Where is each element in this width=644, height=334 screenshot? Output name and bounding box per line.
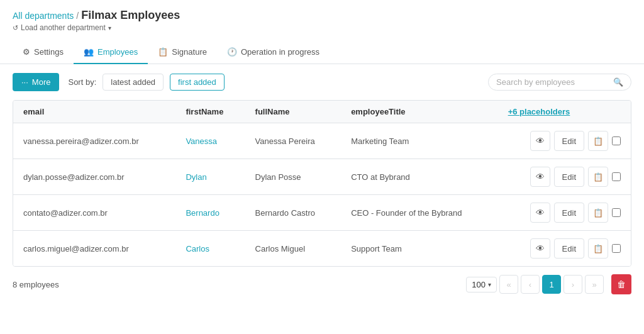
- table-header-row: email firstName fullName employeeTitle +…: [13, 101, 631, 123]
- tab-operation[interactable]: 🕐 Operation in progress: [217, 41, 330, 64]
- search-input[interactable]: [496, 77, 609, 87]
- pagination: 100 ▾ « ‹ 1 › » 🗑: [466, 274, 631, 294]
- tab-employees-label: Employees: [97, 47, 138, 57]
- per-page-select[interactable]: 100 ▾: [466, 277, 497, 292]
- more-label: More: [32, 77, 51, 87]
- tab-settings-label: Settings: [34, 47, 64, 57]
- cell-firstname: Carlos: [175, 231, 245, 267]
- copy-button[interactable]: 📋: [588, 203, 608, 223]
- cell-email: vanessa.pereira@adizer.com.br: [13, 123, 175, 159]
- search-icon: 🔍: [613, 77, 623, 87]
- settings-icon: ⚙: [23, 47, 30, 57]
- col-fullname: fullName: [245, 101, 341, 123]
- dropdown-arrow-icon: ▾: [488, 281, 491, 288]
- page-prev-button[interactable]: ‹: [521, 275, 540, 294]
- trash-icon: 🗑: [617, 279, 626, 289]
- sync-icon: ↺: [13, 24, 18, 32]
- col-email: email: [13, 101, 175, 123]
- cell-actions: 👁 Edit 📋: [498, 123, 631, 159]
- per-page-value: 100: [472, 280, 486, 289]
- employees-icon: 👥: [84, 47, 94, 57]
- col-placeholders[interactable]: +6 placeholders: [498, 101, 631, 123]
- table-row: contato@adizer.com.br Bernardo Bernardo …: [13, 195, 631, 231]
- edit-button[interactable]: Edit: [554, 238, 584, 259]
- cell-firstname: Vanessa: [175, 123, 245, 159]
- cell-fullname: Dylan Posse: [245, 159, 341, 195]
- edit-label: Edit: [562, 172, 576, 182]
- cell-email: contato@adizer.com.br: [13, 195, 175, 231]
- load-department-button[interactable]: ↺ Load another department ▾: [13, 23, 631, 32]
- breadcrumb: All departments / Filmax Employees: [13, 9, 631, 22]
- col-employee-title: employeeTitle: [341, 101, 498, 123]
- cell-fullname: Bernardo Castro: [245, 195, 341, 231]
- edit-label: Edit: [562, 136, 576, 146]
- edit-button[interactable]: Edit: [554, 167, 584, 187]
- table-row: vanessa.pereira@adizer.com.br Vanessa Va…: [13, 123, 631, 159]
- page-first-button[interactable]: «: [499, 275, 518, 294]
- view-button[interactable]: 👁: [530, 131, 550, 151]
- copy-button[interactable]: 📋: [588, 131, 608, 151]
- page-next-button[interactable]: ›: [564, 275, 582, 294]
- view-button[interactable]: 👁: [530, 203, 550, 223]
- tab-settings[interactable]: ⚙ Settings: [13, 41, 74, 64]
- cell-fullname: Carlos Miguel: [245, 231, 341, 267]
- page-1-button[interactable]: 1: [542, 275, 561, 294]
- toolbar: ··· More Sort by: latest added first add…: [0, 64, 644, 100]
- copy-button[interactable]: 📋: [588, 167, 608, 187]
- copy-icon: 📋: [593, 136, 603, 146]
- sort-by-label: Sort by:: [68, 77, 96, 87]
- load-department-label: Load another department: [21, 23, 106, 32]
- breadcrumb-separator: /: [76, 11, 79, 21]
- tabs-bar: ⚙ Settings 👥 Employees 📋 Signature 🕐 Ope…: [0, 41, 644, 64]
- signature-icon: 📋: [158, 47, 168, 57]
- more-icon: ···: [21, 77, 28, 87]
- edit-label: Edit: [562, 244, 576, 253]
- cell-title: Support Team: [341, 231, 498, 267]
- row-checkbox[interactable]: [612, 208, 621, 217]
- sort-latest-button[interactable]: latest added: [103, 74, 164, 91]
- copy-icon: 📋: [593, 208, 603, 218]
- cell-title: CEO - Founder of the Bybrand: [341, 195, 498, 231]
- table-row: dylan.posse@adizer.com.br Dylan Dylan Po…: [13, 159, 631, 195]
- view-button[interactable]: 👁: [530, 238, 550, 259]
- tab-signature[interactable]: 📋 Signature: [148, 41, 217, 64]
- view-button[interactable]: 👁: [530, 167, 550, 187]
- tab-operation-label: Operation in progress: [241, 47, 319, 57]
- row-checkbox[interactable]: [612, 244, 621, 253]
- tab-employees[interactable]: 👥 Employees: [74, 41, 148, 64]
- search-box: 🔍: [488, 74, 631, 91]
- cell-firstname: Dylan: [175, 159, 245, 195]
- employees-table: email firstName fullName employeeTitle +…: [13, 100, 631, 267]
- cell-email: carlos.miguel@adizer.com.br: [13, 231, 175, 267]
- table-row: carlos.miguel@adizer.com.br Carlos Carlo…: [13, 231, 631, 267]
- cell-email: dylan.posse@adizer.com.br: [13, 159, 175, 195]
- sort-first-button[interactable]: first added: [170, 74, 225, 91]
- page-title: Filmax Employees: [81, 9, 180, 22]
- row-checkbox[interactable]: [612, 172, 621, 181]
- edit-button[interactable]: Edit: [554, 131, 584, 151]
- page-last-button[interactable]: »: [585, 275, 604, 294]
- row-checkbox[interactable]: [612, 136, 621, 145]
- delete-button[interactable]: 🗑: [611, 274, 631, 294]
- cell-actions: 👁 Edit 📋: [498, 159, 631, 195]
- copy-icon: 📋: [593, 172, 603, 182]
- copy-icon: 📋: [593, 244, 603, 253]
- cell-title: CTO at Bybrand: [341, 159, 498, 195]
- clock-icon: 🕐: [227, 47, 237, 57]
- tab-signature-label: Signature: [172, 47, 207, 57]
- edit-button[interactable]: Edit: [554, 203, 584, 223]
- cell-fullname: Vanessa Pereira: [245, 123, 341, 159]
- cell-title: Marketing Team: [341, 123, 498, 159]
- cell-actions: 👁 Edit 📋: [498, 195, 631, 231]
- col-firstname: firstName: [175, 101, 245, 123]
- eye-icon: 👁: [536, 172, 545, 182]
- all-departments-link[interactable]: All departments: [13, 11, 74, 21]
- edit-label: Edit: [562, 208, 576, 218]
- eye-icon: 👁: [536, 136, 545, 146]
- more-button[interactable]: ··· More: [13, 73, 59, 91]
- employees-count: 8 employees: [13, 280, 59, 289]
- copy-button[interactable]: 📋: [588, 238, 608, 259]
- cell-actions: 👁 Edit 📋: [498, 231, 631, 267]
- eye-icon: 👁: [536, 208, 545, 218]
- cell-firstname: Bernardo: [175, 195, 245, 231]
